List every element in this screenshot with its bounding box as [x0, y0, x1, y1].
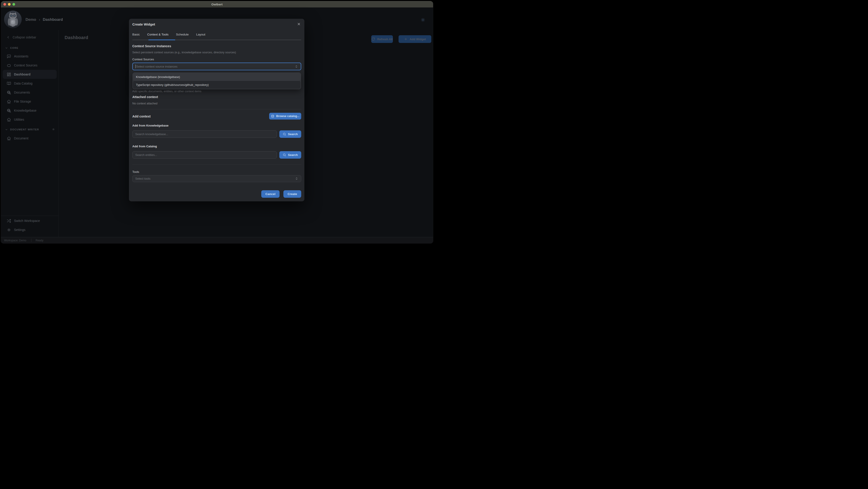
breadcrumb-page[interactable]: Dashboard — [43, 18, 63, 22]
browse-catalog-label: Browse catalog... — [276, 115, 300, 118]
home-icon — [7, 136, 11, 141]
sidebar-section-core[interactable]: CORE — [1, 46, 59, 50]
status-workspace: Workspace: Demo — [1, 239, 26, 242]
knowledgebase-search-button[interactable]: Search — [279, 131, 301, 138]
globe-search-icon — [7, 90, 11, 95]
section-label: DOCUMENT WRITER — [10, 128, 39, 131]
sidebar-item-label: Data Catalog — [14, 82, 32, 85]
attached-context-heading: Attached context — [132, 95, 158, 99]
gear-icon — [7, 228, 11, 232]
sidebar-item-label: Document — [14, 137, 28, 140]
sidebar-item-documents[interactable]: Documents — [1, 88, 59, 97]
catalog-search-input[interactable] — [132, 151, 277, 159]
refresh-all-button[interactable]: Refresh All — [371, 35, 393, 43]
sidebar-item-document[interactable]: Document — [1, 134, 59, 143]
modal-tabs: Basic Context & Tools Schedule Layout — [132, 33, 301, 39]
attached-context-empty-text: No context attached — [132, 102, 157, 105]
context-sources-select[interactable]: Select context source instances — [132, 63, 301, 70]
sidebar-divider — [1, 215, 59, 216]
chevron-down-icon — [5, 47, 8, 50]
status-bar: Workspace: Demo Ready — [1, 237, 433, 243]
owl-illustration — [4, 10, 22, 28]
workspace-avatar[interactable] — [4, 10, 22, 28]
sidebar-item-assistants[interactable]: Assistants — [1, 52, 59, 61]
catalog-search-button[interactable]: Search — [279, 151, 301, 159]
sidebar-item-label: Switch Workspace — [14, 219, 40, 223]
chevron-left-icon — [6, 35, 10, 39]
chevron-down-icon — [5, 128, 8, 131]
tab-underline-track — [132, 39, 301, 40]
text-caret — [135, 65, 136, 68]
book-open-icon — [7, 81, 11, 86]
tools-select[interactable]: Select tools — [132, 175, 301, 182]
chevrons-up-down-icon — [295, 177, 298, 180]
switch-workspace-button[interactable]: Switch Workspace — [1, 216, 59, 225]
dropdown-option-knowledgebase[interactable]: Knowledgebase (knowledgebase) — [133, 73, 301, 81]
collapse-sidebar-button[interactable]: Collapse sidebar — [1, 33, 59, 41]
search-icon — [283, 133, 286, 136]
sidebar-item-file-storage[interactable]: File Storage — [1, 97, 59, 106]
shuffle-icon — [7, 219, 11, 223]
settings-button[interactable]: Settings — [1, 225, 59, 234]
theme-toggle-button[interactable] — [421, 18, 425, 22]
tab-basic[interactable]: Basic — [132, 33, 140, 39]
browse-catalog-button[interactable]: Browse catalog... — [269, 113, 301, 119]
window-title: Owlbert — [211, 3, 223, 6]
traffic-lights — [3, 3, 15, 6]
sidebar-item-utilities[interactable]: Utilities — [1, 115, 59, 124]
sidebar-item-label: Documents — [14, 91, 30, 94]
context-source-instances-description: Select persistent context sources (e.g.,… — [132, 51, 236, 54]
knowledgebase-search-input[interactable] — [132, 131, 277, 138]
create-button[interactable]: Create — [283, 190, 301, 198]
tools-label: Tools — [132, 170, 139, 174]
chat-smile-icon — [7, 54, 11, 59]
modal-title: Create Widget — [132, 22, 155, 26]
breadcrumb: Demo › Dashboard — [26, 18, 63, 22]
macos-titlebar: Owlbert — [1, 1, 433, 7]
dashboard-grid-icon — [7, 72, 11, 77]
app-content: Demo › Dashboard Collapse sidebar — [1, 7, 433, 243]
context-sources-placeholder: Select context source instances — [136, 65, 178, 68]
sidebar-item-knowledgebase[interactable]: Knowledgebase — [1, 106, 59, 115]
sidebar: Collapse sidebar CORE Assistants Context… — [1, 30, 59, 237]
collapse-sidebar-label: Collapse sidebar — [13, 35, 36, 39]
plus-icon — [404, 37, 408, 41]
sidebar-item-dashboard[interactable]: Dashboard — [3, 70, 57, 79]
section-divider — [132, 164, 301, 165]
database-icon — [271, 115, 274, 118]
close-icon[interactable] — [297, 22, 301, 26]
tools-placeholder: Select tools — [135, 177, 150, 180]
sidebar-item-label: Utilities — [14, 118, 24, 121]
dropdown-option-typescript-repository[interactable]: TypeScript repository (github/sources/gi… — [133, 81, 301, 89]
tab-context-tools[interactable]: Context & Tools — [147, 33, 168, 39]
breadcrumb-workspace[interactable]: Demo — [26, 18, 36, 22]
refresh-icon — [371, 37, 375, 41]
status-divider — [31, 239, 31, 242]
sidebar-item-data-catalog[interactable]: Data Catalog — [1, 79, 59, 88]
status-ready: Ready — [35, 239, 43, 242]
refresh-all-label: Refresh All — [377, 37, 393, 41]
tab-schedule[interactable]: Schedule — [176, 33, 189, 39]
sidebar-section-document-writer[interactable]: DOCUMENT WRITER — [1, 127, 59, 132]
search-icon — [283, 153, 286, 156]
gear-icon[interactable] — [52, 128, 55, 131]
context-source-instances-heading: Context Source Instances — [132, 44, 171, 48]
page-title: Dashboard — [65, 35, 88, 40]
sidebar-item-context-sources[interactable]: Context Sources — [1, 61, 59, 70]
sidebar-item-label: File Storage — [14, 99, 31, 103]
app-window: Owlbert — [1, 1, 433, 243]
sidebar-item-label: Knowledgebase — [14, 109, 37, 112]
close-window-button[interactable] — [3, 3, 6, 6]
sun-icon — [421, 18, 425, 22]
tab-layout[interactable]: Layout — [196, 33, 206, 39]
add-from-knowledgebase-heading: Add from Knowledgebase — [132, 124, 168, 127]
active-tab-underline — [148, 39, 175, 40]
zoom-window-button[interactable] — [12, 3, 15, 6]
minimize-window-button[interactable] — [8, 3, 10, 6]
cancel-button[interactable]: Cancel — [261, 190, 280, 198]
chevrons-up-down-icon — [295, 65, 298, 68]
add-widget-button[interactable]: Add Widget — [399, 35, 431, 43]
sidebar-item-label: Dashboard — [14, 73, 30, 76]
globe-search-icon — [7, 109, 11, 113]
context-sources-label: Context Sources — [132, 58, 154, 61]
